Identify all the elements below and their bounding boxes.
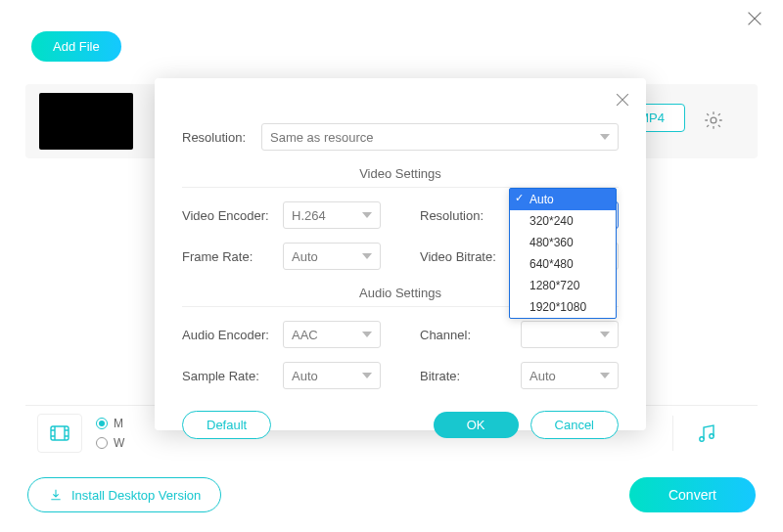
channel-label: Channel:	[420, 328, 518, 342]
resolution-option[interactable]: 1280*720	[510, 275, 616, 296]
svg-point-0	[711, 117, 716, 123]
convert-button[interactable]: Convert	[629, 477, 756, 512]
audio-bitrate-value: Auto	[530, 369, 556, 383]
top-resolution-label: Resolution:	[182, 130, 246, 145]
cancel-button[interactable]: Cancel	[530, 411, 619, 439]
sample-rate-value: Auto	[292, 369, 318, 383]
video-category-button[interactable]	[37, 414, 82, 453]
resolution-option[interactable]: 640*480	[510, 253, 616, 275]
video-thumbnail[interactable]	[39, 93, 133, 150]
chevron-down-icon	[600, 332, 610, 337]
audio-encoder-select[interactable]: AAC	[283, 321, 381, 348]
audio-bitrate-label: Bitrate:	[420, 369, 518, 383]
resolution-option[interactable]: Auto	[510, 189, 616, 210]
outer-close-button[interactable]	[744, 8, 765, 32]
frame-rate-value: Auto	[292, 249, 318, 264]
video-resolution-label: Resolution:	[420, 208, 518, 223]
video-settings-title: Video Settings	[182, 166, 619, 188]
svg-rect-1	[51, 426, 69, 440]
top-resolution-select[interactable]: Same as resource	[261, 123, 619, 151]
settings-button[interactable]	[703, 110, 724, 134]
settings-dialog: Resolution: Same as resource Video Setti…	[155, 78, 646, 430]
svg-point-2	[700, 436, 704, 440]
default-button[interactable]: Default	[182, 411, 271, 439]
audio-encoder-value: AAC	[292, 328, 318, 342]
radio-icon	[96, 418, 108, 429]
chevron-down-icon	[600, 373, 610, 378]
svg-point-3	[710, 433, 714, 437]
close-icon	[613, 90, 632, 110]
close-icon	[744, 8, 765, 29]
video-encoder-value: H.264	[292, 208, 326, 223]
video-encoder-select[interactable]: H.264	[283, 201, 381, 229]
resolution-option[interactable]: 1920*1080	[510, 296, 616, 318]
audio-encoder-label: Audio Encoder:	[182, 328, 280, 342]
frame-rate-label: Frame Rate:	[182, 249, 280, 264]
chevron-down-icon	[600, 134, 610, 140]
radio-icon	[96, 437, 108, 449]
chevron-down-icon	[362, 253, 372, 259]
channel-select[interactable]	[521, 321, 619, 348]
resolution-option[interactable]: 320*240	[510, 210, 616, 232]
install-desktop-label: Install Desktop Version	[71, 488, 201, 503]
ok-button[interactable]: OK	[434, 412, 519, 438]
install-desktop-button[interactable]: Install Desktop Version	[27, 477, 221, 512]
output-radio-2-label: W	[114, 436, 124, 450]
output-radio-2[interactable]: W	[96, 436, 124, 450]
video-bitrate-label: Video Bitrate:	[420, 249, 518, 264]
video-encoder-label: Video Encoder:	[182, 208, 280, 223]
chevron-down-icon	[362, 332, 372, 337]
output-format-radios: M W	[96, 417, 124, 450]
output-radio-1-label: M	[114, 417, 123, 430]
audio-category-button[interactable]	[672, 416, 718, 451]
resolution-dropdown: Auto320*240480*360640*4801280*7201920*10…	[509, 188, 617, 319]
frame-rate-select[interactable]: Auto	[283, 243, 381, 270]
download-icon	[48, 487, 64, 503]
top-resolution-value: Same as resource	[270, 130, 374, 145]
dialog-close-button[interactable]	[613, 90, 632, 112]
chevron-down-icon	[362, 212, 372, 218]
audio-bitrate-select[interactable]: Auto	[521, 362, 619, 389]
music-icon	[695, 421, 718, 445]
sample-rate-select[interactable]: Auto	[283, 362, 381, 389]
gear-icon	[703, 110, 724, 131]
film-icon	[48, 421, 71, 445]
add-file-button[interactable]: Add File	[31, 31, 121, 62]
sample-rate-label: Sample Rate:	[182, 369, 280, 383]
chevron-down-icon	[362, 373, 372, 378]
output-radio-1[interactable]: M	[96, 417, 124, 430]
resolution-option[interactable]: 480*360	[510, 232, 616, 253]
